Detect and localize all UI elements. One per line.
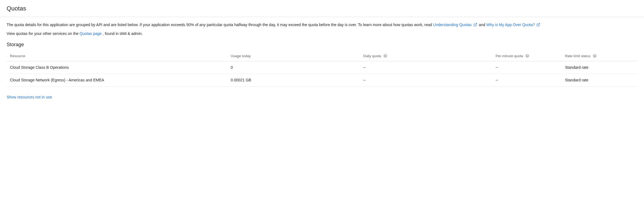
header-resource: Resource (7, 51, 227, 61)
over-quota-link[interactable]: Why is My App Over Quota? (486, 23, 541, 27)
cell-rate-limit: Standard rate (562, 61, 637, 74)
description-text: and (479, 23, 486, 27)
quotas-page-link[interactable]: Quotas page (80, 31, 103, 36)
header-rate-limit-text: Rate limit status (565, 54, 590, 58)
over-quota-link-text: Why is My App Over Quota? (486, 23, 535, 27)
cell-daily: -- (360, 74, 492, 86)
svg-line-0 (475, 23, 477, 25)
svg-line-1 (538, 23, 540, 25)
header-rate-limit: Rate limit status (562, 51, 637, 61)
page-title: Quotas (7, 4, 637, 13)
quota-description-1: The quota details for this application a… (7, 22, 637, 28)
table-row: Cloud Storage Class B Operations 0 -- --… (7, 61, 637, 74)
description2-text: View quotas for your other services on t… (7, 31, 80, 36)
cell-resource: Cloud Storage Class B Operations (7, 61, 227, 74)
cell-usage: 0.00021 GB (227, 74, 360, 86)
header-daily: Daily quota (360, 51, 492, 61)
content-area: The quota details for this application a… (0, 17, 644, 107)
quota-description-2: View quotas for your other services on t… (7, 31, 637, 37)
section-title-storage: Storage (7, 41, 637, 48)
table-header-row: Resource Usage today Daily quota (7, 51, 637, 61)
show-resources-container: Show resources not in use (7, 94, 637, 100)
header-per-minute: Per-minute quota (492, 51, 562, 61)
cell-per-minute: -- (492, 74, 562, 86)
cell-usage: 0 (227, 61, 360, 74)
understanding-quotas-link[interactable]: Understanding Quotas (433, 23, 479, 27)
header-usage-text: Usage today (231, 54, 251, 58)
help-icon[interactable] (593, 54, 597, 58)
header-resource-text: Resource (10, 54, 25, 58)
table-row: Cloud Storage Network (Egress) - America… (7, 74, 637, 86)
quotas-page-link-text: Quotas page (80, 31, 102, 36)
help-icon[interactable] (383, 54, 388, 58)
header-daily-text: Daily quota (363, 54, 381, 58)
cell-rate-limit: Standard rate (562, 74, 637, 86)
page-header: Quotas (0, 0, 644, 17)
show-resources-not-in-use-link[interactable]: Show resources not in use (7, 95, 52, 99)
description-text: The quota details for this application a… (7, 23, 433, 27)
header-usage: Usage today (227, 51, 360, 61)
external-link-icon (473, 23, 477, 27)
header-per-minute-text: Per-minute quota (496, 54, 523, 58)
cell-per-minute: -- (492, 61, 562, 74)
external-link-icon (536, 23, 540, 27)
description2-text-after: , found in IAM & admin. (103, 31, 143, 36)
quota-table: Resource Usage today Daily quota (7, 51, 637, 87)
cell-daily: -- (360, 61, 492, 74)
help-icon[interactable] (525, 54, 530, 58)
understanding-quotas-link-text: Understanding Quotas (433, 23, 472, 27)
cell-resource: Cloud Storage Network (Egress) - America… (7, 74, 227, 86)
